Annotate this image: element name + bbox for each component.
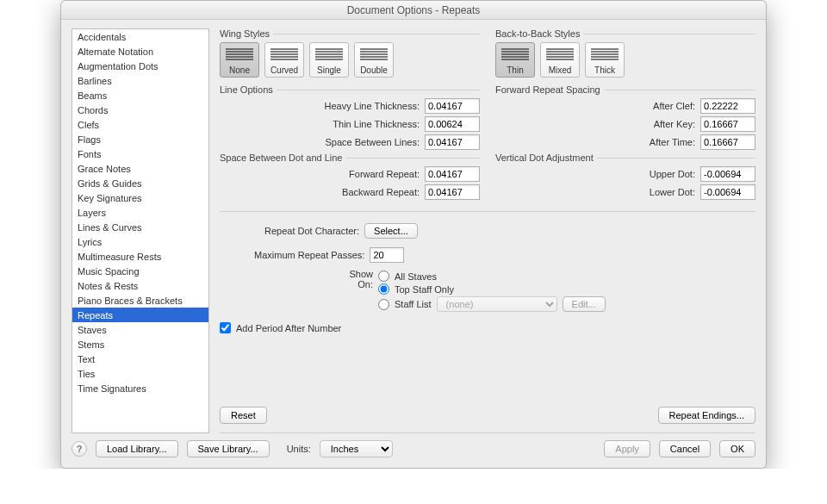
max-passes-label: Maximum Repeat Passes: <box>254 250 364 260</box>
back-to-back-label: Back-to-Back Styles <box>495 28 755 39</box>
vertical-dot-label: Vertical Dot Adjustment <box>495 152 755 163</box>
b2b-style-mixed[interactable]: Mixed <box>540 42 580 78</box>
after-clef-input[interactable] <box>700 98 755 114</box>
staff-icon <box>541 43 579 65</box>
sidebar-item[interactable]: Layers <box>72 205 208 220</box>
sidebar-item[interactable]: Multimeasure Rests <box>72 249 208 264</box>
wing-styles-row: NoneCurvedSingleDouble <box>220 42 480 78</box>
forward-repeat-input[interactable] <box>425 166 480 182</box>
thin-thickness-input[interactable] <box>425 116 480 132</box>
staff-list-select[interactable]: (none) <box>437 296 557 312</box>
after-time-input[interactable] <box>700 134 755 150</box>
footer: ? Load Library... Save Library... Units:… <box>61 433 766 468</box>
staff-list-label: Staff List <box>395 299 432 309</box>
sidebar-item[interactable]: Text <box>72 352 208 366</box>
upper-dot-label: Upper Dot: <box>650 169 695 179</box>
sidebar[interactable]: AccidentalsAlternate NotationAugmentatio… <box>72 28 209 433</box>
load-library-button[interactable]: Load Library... <box>96 440 178 457</box>
b2b-style-thick[interactable]: Thick <box>585 42 625 78</box>
main-panel: Wing Styles NoneCurvedSingleDouble Line … <box>220 28 755 433</box>
cancel-button[interactable]: Cancel <box>659 440 711 457</box>
titlebar: Document Options - Repeats <box>61 1 766 20</box>
sidebar-item[interactable]: Beams <box>72 88 208 103</box>
wing-style-none[interactable]: None <box>220 42 259 78</box>
help-button[interactable]: ? <box>72 441 87 457</box>
sidebar-item[interactable]: Music Spacing <box>72 264 208 278</box>
line-options-label: Line Options <box>220 84 480 95</box>
staff-icon <box>496 43 534 65</box>
ok-button[interactable]: OK <box>719 440 755 457</box>
sidebar-item[interactable]: Lines & Curves <box>72 220 208 234</box>
after-clef-label: After Clef: <box>653 101 695 111</box>
sidebar-item[interactable]: Time Signatures <box>72 381 208 395</box>
window: Document Options - Repeats AccidentalsAl… <box>60 0 767 469</box>
wing-styles-label: Wing Styles <box>220 28 480 39</box>
heavy-thickness-label: Heavy Line Thickness: <box>325 101 420 111</box>
wing-style-single[interactable]: Single <box>309 42 349 78</box>
sidebar-item[interactable]: Clefs <box>72 117 208 132</box>
staff-icon <box>221 43 258 65</box>
all-staves-radio[interactable] <box>378 271 389 282</box>
select-button[interactable]: Select... <box>364 223 418 239</box>
after-time-label: After Time: <box>650 137 695 147</box>
units-label: Units: <box>287 444 311 454</box>
top-staff-radio[interactable] <box>378 283 389 295</box>
repeat-endings-button[interactable]: Repeat Endings... <box>658 407 755 424</box>
staff-icon <box>355 43 393 65</box>
staff-icon <box>265 43 303 65</box>
space-dot-line-label: Space Between Dot and Line <box>220 152 480 163</box>
sidebar-item[interactable]: Grids & Guides <box>72 176 208 190</box>
wing-style-curved[interactable]: Curved <box>264 42 304 78</box>
sidebar-item[interactable]: Flags <box>72 132 208 146</box>
repeat-dot-char-label: Repeat Dot Character: <box>264 226 359 236</box>
show-on-label: Show On: <box>332 269 373 314</box>
after-key-input[interactable] <box>700 116 755 132</box>
all-staves-label: All Staves <box>395 271 437 282</box>
space-between-lines-label: Space Between Lines: <box>326 137 420 147</box>
reset-button[interactable]: Reset <box>220 407 267 424</box>
sidebar-item[interactable]: Augmentation Dots <box>72 59 208 73</box>
apply-button[interactable]: Apply <box>604 440 650 457</box>
staff-icon <box>586 43 624 65</box>
staff-icon <box>310 43 348 65</box>
sidebar-item[interactable]: Accidentals <box>72 29 208 44</box>
add-period-checkbox[interactable] <box>220 322 231 333</box>
wing-style-double[interactable]: Double <box>354 42 394 78</box>
sidebar-item[interactable]: Notes & Rests <box>72 278 208 293</box>
forward-spacing-label: Forward Repeat Spacing <box>495 84 755 95</box>
b2b-style-thin[interactable]: Thin <box>495 42 535 78</box>
sidebar-item[interactable]: Staves <box>72 322 208 337</box>
sidebar-item[interactable]: Piano Braces & Brackets <box>72 293 208 308</box>
sidebar-item[interactable]: Lyrics <box>72 234 208 249</box>
lower-dot-label: Lower Dot: <box>650 187 695 197</box>
top-staff-label: Top Staff Only <box>395 284 454 295</box>
sidebar-item[interactable]: Key Signatures <box>72 190 208 205</box>
staff-list-radio[interactable] <box>378 299 389 310</box>
sidebar-item[interactable]: Barlines <box>72 73 208 88</box>
heavy-thickness-input[interactable] <box>425 98 480 114</box>
after-key-label: After Key: <box>654 119 695 129</box>
sidebar-item[interactable]: Chords <box>72 103 208 117</box>
lower-dot-input[interactable] <box>700 184 755 200</box>
back-to-back-row: ThinMixedThick <box>495 42 755 78</box>
edit-button[interactable]: Edit... <box>563 296 606 312</box>
forward-repeat-label: Forward Repeat: <box>349 169 420 179</box>
backward-repeat-label: Backward Repeat: <box>342 187 420 197</box>
sidebar-item[interactable]: Grace Notes <box>72 161 208 176</box>
units-select[interactable]: Inches <box>320 440 393 457</box>
sidebar-item[interactable]: Repeats <box>72 308 208 322</box>
upper-dot-input[interactable] <box>700 166 755 182</box>
sidebar-item[interactable]: Stems <box>72 337 208 352</box>
sidebar-item[interactable]: Fonts <box>72 146 208 161</box>
thin-thickness-label: Thin Line Thickness: <box>333 119 420 129</box>
max-passes-input[interactable] <box>370 247 404 263</box>
save-library-button[interactable]: Save Library... <box>187 440 270 457</box>
sidebar-item[interactable]: Ties <box>72 366 208 381</box>
space-between-lines-input[interactable] <box>425 134 480 150</box>
add-period-label: Add Period After Number <box>236 323 341 333</box>
backward-repeat-input[interactable] <box>425 184 480 200</box>
sidebar-item[interactable]: Alternate Notation <box>72 44 208 59</box>
